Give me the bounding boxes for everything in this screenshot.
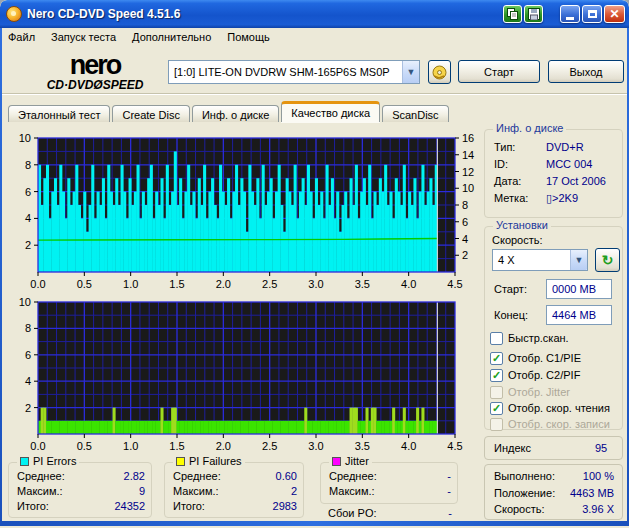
- tab-scandisc[interactable]: ScanDisc: [382, 105, 448, 122]
- po-failures-label: Сбои PO:: [328, 507, 377, 519]
- pi-failures-swatch: [176, 457, 185, 466]
- svg-text:4.0: 4.0: [401, 278, 416, 290]
- svg-text:8: 8: [462, 199, 468, 211]
- tab-disc-info[interactable]: Инф. о диске: [192, 105, 279, 122]
- svg-text:6: 6: [462, 216, 468, 228]
- window-border-bottom: [0, 521, 629, 526]
- drive-select-value: [1:0] LITE-ON DVDRW SHM-165P6S MS0P: [169, 66, 402, 78]
- svg-text:2: 2: [25, 402, 31, 414]
- app-window: Nero CD-DVD Speed 4.51.6 ✕ Файл Запуск т…: [0, 0, 629, 528]
- copy-report-button[interactable]: [503, 5, 522, 23]
- checkbox-show-c2-pif[interactable]: ✓Отобр. C2/PIF: [490, 368, 580, 382]
- svg-text:8: 8: [25, 159, 31, 171]
- maximize-button[interactable]: [582, 5, 602, 23]
- toolbar-separator: [0, 93, 629, 95]
- svg-text:8: 8: [25, 322, 31, 334]
- menu-file[interactable]: Файл: [0, 29, 43, 45]
- jitter-legendbox: Jitter Среднее:- Максим.:-: [320, 462, 458, 504]
- checkbox-show-write-speed[interactable]: Отобр. скор. записи: [490, 417, 610, 431]
- save-button[interactable]: [524, 5, 543, 23]
- svg-text:4.5: 4.5: [447, 278, 462, 290]
- checkbox-box: ✓: [490, 402, 503, 415]
- tab-benchmark[interactable]: Эталонный тест: [8, 105, 110, 122]
- menu-extra[interactable]: Дополнительно: [124, 29, 219, 45]
- svg-text:3.5: 3.5: [355, 278, 370, 290]
- checkbox-label: Отобр. C2/PIF: [508, 369, 580, 381]
- checkbox-label: Отобр. C1/PIE: [508, 352, 581, 364]
- checkbox-box: [490, 332, 503, 345]
- chevron-down-icon[interactable]: ▼: [402, 61, 419, 83]
- scan-end-input[interactable]: 4464 MB: [546, 305, 612, 325]
- maximize-icon: [588, 10, 597, 18]
- minimize-icon: [566, 17, 574, 20]
- speed-value-label: Скорость:: [494, 503, 545, 515]
- svg-text:12: 12: [462, 166, 474, 178]
- progress-value: 100 %: [583, 470, 614, 482]
- checkbox-show-jitter[interactable]: Отобр. Jitter: [490, 385, 570, 399]
- disc-icon: [432, 65, 447, 80]
- menu-run-test[interactable]: Запуск теста: [43, 29, 124, 45]
- checkbox-label: Быстр.скан.: [508, 332, 569, 344]
- tab-disc-quality[interactable]: Качество диска: [281, 101, 380, 122]
- pi-errors-legendbox: PI Errors Среднее:2.82 Максим.:9 Итого:2…: [8, 462, 152, 518]
- exit-button[interactable]: Выход: [548, 60, 624, 83]
- svg-text:14: 14: [462, 149, 474, 161]
- disc-label-label: Метка:: [494, 192, 528, 204]
- svg-text:1.5: 1.5: [169, 278, 184, 290]
- checkbox-fast-scan[interactable]: Быстр.скан.: [490, 331, 569, 345]
- start-button-label: Старт: [484, 66, 514, 78]
- disc-label-value: ▯>2K9: [546, 192, 578, 205]
- menu-help[interactable]: Помощь: [219, 29, 278, 45]
- svg-text:2.0: 2.0: [216, 440, 231, 452]
- svg-text:0.5: 0.5: [77, 440, 92, 452]
- svg-text:4.5: 4.5: [447, 440, 462, 452]
- window-title: Nero CD-DVD Speed 4.51.6: [27, 7, 180, 21]
- eject-disc-button[interactable]: [428, 60, 451, 84]
- disc-info-title: Инф. о диске: [493, 122, 566, 134]
- speed-chevron-down-icon[interactable]: ▼: [570, 250, 587, 270]
- disc-type-value: DVD+R: [546, 141, 584, 153]
- close-button[interactable]: ✕: [604, 5, 625, 23]
- po-failures-row: Сбои PO: -: [328, 507, 452, 519]
- svg-text:6: 6: [25, 186, 31, 198]
- save-icon: [528, 8, 540, 20]
- svg-text:0.0: 0.0: [30, 278, 45, 290]
- svg-text:10: 10: [19, 296, 31, 308]
- jitter-legend-label: Jitter: [345, 455, 369, 467]
- jitter-legend-title: Jitter: [329, 455, 372, 467]
- settings-title: Установки: [493, 219, 551, 231]
- speed-value: 3.96 X: [582, 503, 614, 515]
- svg-text:16: 16: [462, 132, 474, 144]
- tab-create-disc[interactable]: Create Disc: [112, 105, 189, 122]
- checkbox-show-c1-pie[interactable]: ✓Отобр. C1/PIE: [490, 351, 581, 365]
- checkbox-show-read-speed[interactable]: ✓Отобр. скор. чтения: [490, 401, 610, 415]
- pi-errors-chart: 2468102468101214160.00.51.01.52.02.53.03…: [0, 130, 478, 290]
- menu-bar: Файл Запуск теста Дополнительно Помощь: [0, 28, 629, 47]
- start-button[interactable]: Старт: [458, 60, 540, 83]
- position-row: Положение: 4463 MB: [494, 487, 614, 499]
- position-label: Положение:: [494, 487, 555, 499]
- speed-row: Скорость: 3.96 X: [494, 503, 614, 515]
- scan-start-input[interactable]: 0000 MB: [546, 279, 612, 299]
- pi-errors-total-row: Итого:24352: [17, 500, 145, 512]
- pi-errors-legend-label: PI Errors: [33, 455, 76, 467]
- svg-text:3.5: 3.5: [355, 440, 370, 452]
- minimize-button[interactable]: [560, 5, 580, 23]
- close-icon: ✕: [609, 8, 619, 20]
- speed-select[interactable]: 4 X ▼: [492, 249, 588, 271]
- disc-date-label: Дата:: [494, 175, 521, 187]
- svg-text:0.0: 0.0: [30, 440, 45, 452]
- svg-text:2.5: 2.5: [262, 440, 277, 452]
- app-icon: [6, 6, 22, 22]
- checkbox-box: ✓: [490, 369, 503, 382]
- scan-start-label: Старт:: [494, 283, 527, 295]
- drive-select[interactable]: [1:0] LITE-ON DVDRW SHM-165P6S MS0P ▼: [168, 60, 420, 84]
- svg-text:10: 10: [462, 182, 474, 194]
- pi-errors-max-row: Максим.:9: [17, 485, 145, 497]
- svg-text:1.5: 1.5: [169, 440, 184, 452]
- checkbox-label: Отобр. Jitter: [508, 386, 570, 398]
- nero-logo: nero CD·DVDØSPEED: [30, 52, 160, 91]
- disc-id-label: ID:: [494, 158, 508, 170]
- refresh-speeds-button[interactable]: ↻: [595, 248, 620, 272]
- disc-date-value: 17 Oct 2006: [546, 175, 606, 187]
